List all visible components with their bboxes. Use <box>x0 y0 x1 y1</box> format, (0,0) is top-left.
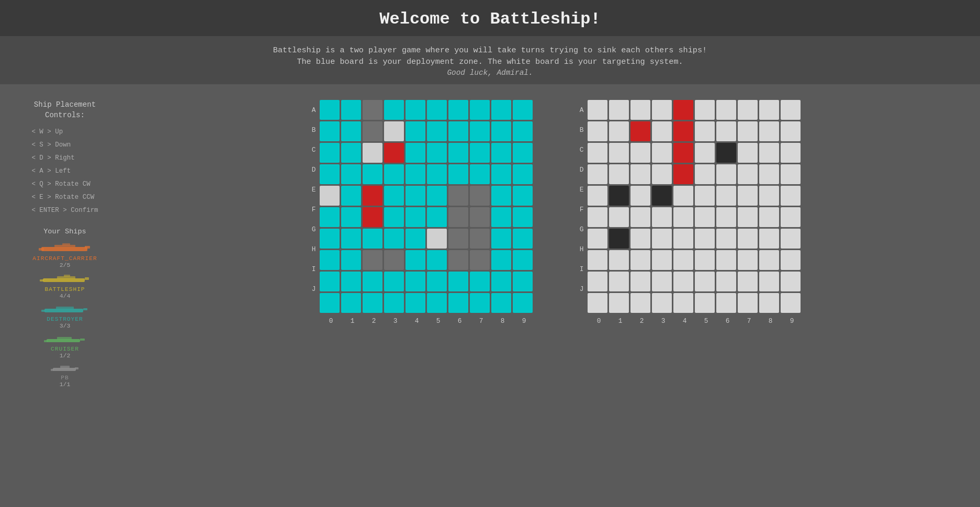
blue-cell-H6[interactable] <box>448 250 468 270</box>
blue-cell-F0[interactable] <box>320 207 340 227</box>
white-cell-F5[interactable] <box>695 207 715 227</box>
blue-cell-B8[interactable] <box>491 121 511 141</box>
blue-cell-D4[interactable] <box>405 164 425 184</box>
blue-cell-I0[interactable] <box>320 272 340 291</box>
white-cell-G9[interactable] <box>781 229 801 249</box>
blue-cell-H1[interactable] <box>341 250 361 270</box>
white-cell-H5[interactable] <box>695 250 715 270</box>
white-cell-C0[interactable] <box>588 143 607 163</box>
blue-cell-C4[interactable] <box>405 143 425 163</box>
white-cell-G4[interactable] <box>673 229 693 249</box>
blue-cell-G5[interactable] <box>427 229 447 249</box>
blue-cell-B1[interactable] <box>341 121 361 141</box>
white-cell-A7[interactable] <box>738 100 758 120</box>
white-cell-H2[interactable] <box>630 250 650 270</box>
white-cell-E7[interactable] <box>738 186 758 206</box>
white-cell-J9[interactable] <box>781 293 801 313</box>
blue-cell-F7[interactable] <box>470 207 490 227</box>
white-cell-H8[interactable] <box>759 250 779 270</box>
white-cell-I3[interactable] <box>652 272 672 291</box>
white-cell-B3[interactable] <box>652 121 672 141</box>
white-cell-F4[interactable] <box>673 207 693 227</box>
white-cell-H9[interactable] <box>781 250 801 270</box>
blue-cell-E5[interactable] <box>427 186 447 206</box>
blue-cell-H8[interactable] <box>491 250 511 270</box>
blue-cell-G6[interactable] <box>448 229 468 249</box>
white-cell-D0[interactable] <box>588 164 607 184</box>
white-cell-H7[interactable] <box>738 250 758 270</box>
white-cell-F6[interactable] <box>716 207 736 227</box>
blue-cell-F1[interactable] <box>341 207 361 227</box>
white-cell-A3[interactable] <box>652 100 672 120</box>
white-cell-J2[interactable] <box>630 293 650 313</box>
white-cell-E4[interactable] <box>673 186 693 206</box>
white-cell-H1[interactable] <box>609 250 629 270</box>
white-cell-F9[interactable] <box>781 207 801 227</box>
blue-cell-G8[interactable] <box>491 229 511 249</box>
blue-cell-J9[interactable] <box>513 293 533 313</box>
white-board[interactable] <box>588 100 801 313</box>
blue-cell-D3[interactable] <box>384 164 404 184</box>
blue-cell-J4[interactable] <box>405 293 425 313</box>
blue-cell-C8[interactable] <box>491 143 511 163</box>
blue-cell-I8[interactable] <box>491 272 511 291</box>
blue-cell-F3[interactable] <box>384 207 404 227</box>
white-cell-C2[interactable] <box>630 143 650 163</box>
blue-cell-A3[interactable] <box>384 100 404 120</box>
white-cell-F8[interactable] <box>759 207 779 227</box>
blue-cell-D5[interactable] <box>427 164 447 184</box>
blue-cell-I5[interactable] <box>427 272 447 291</box>
white-cell-I7[interactable] <box>738 272 758 291</box>
blue-cell-G0[interactable] <box>320 229 340 249</box>
blue-cell-E9[interactable] <box>513 186 533 206</box>
white-cell-H3[interactable] <box>652 250 672 270</box>
white-cell-D6[interactable] <box>716 164 736 184</box>
blue-cell-G4[interactable] <box>405 229 425 249</box>
blue-cell-B9[interactable] <box>513 121 533 141</box>
blue-cell-G9[interactable] <box>513 229 533 249</box>
blue-cell-G7[interactable] <box>470 229 490 249</box>
white-cell-A9[interactable] <box>781 100 801 120</box>
blue-cell-H7[interactable] <box>470 250 490 270</box>
white-cell-I9[interactable] <box>781 272 801 291</box>
blue-cell-J8[interactable] <box>491 293 511 313</box>
white-cell-C8[interactable] <box>759 143 779 163</box>
blue-cell-C9[interactable] <box>513 143 533 163</box>
white-cell-G1[interactable] <box>609 229 629 249</box>
blue-cell-J5[interactable] <box>427 293 447 313</box>
blue-cell-D6[interactable] <box>448 164 468 184</box>
blue-cell-E7[interactable] <box>470 186 490 206</box>
blue-cell-C2[interactable] <box>363 143 382 163</box>
white-cell-C5[interactable] <box>695 143 715 163</box>
white-cell-E8[interactable] <box>759 186 779 206</box>
blue-cell-B0[interactable] <box>320 121 340 141</box>
blue-cell-J0[interactable] <box>320 293 340 313</box>
blue-cell-F8[interactable] <box>491 207 511 227</box>
white-cell-D2[interactable] <box>630 164 650 184</box>
white-cell-A0[interactable] <box>588 100 607 120</box>
blue-cell-F5[interactable] <box>427 207 447 227</box>
white-cell-B1[interactable] <box>609 121 629 141</box>
blue-cell-J2[interactable] <box>363 293 382 313</box>
white-cell-E9[interactable] <box>781 186 801 206</box>
white-cell-B7[interactable] <box>738 121 758 141</box>
blue-cell-H0[interactable] <box>320 250 340 270</box>
white-cell-D1[interactable] <box>609 164 629 184</box>
blue-cell-H4[interactable] <box>405 250 425 270</box>
white-cell-G7[interactable] <box>738 229 758 249</box>
white-cell-B2[interactable] <box>630 121 650 141</box>
white-cell-J8[interactable] <box>759 293 779 313</box>
blue-cell-E4[interactable] <box>405 186 425 206</box>
white-cell-J1[interactable] <box>609 293 629 313</box>
blue-cell-F6[interactable] <box>448 207 468 227</box>
white-cell-B8[interactable] <box>759 121 779 141</box>
white-cell-C4[interactable] <box>673 143 693 163</box>
blue-cell-G2[interactable] <box>363 229 382 249</box>
white-cell-D3[interactable] <box>652 164 672 184</box>
white-cell-I8[interactable] <box>759 272 779 291</box>
white-cell-A1[interactable] <box>609 100 629 120</box>
blue-cell-I7[interactable] <box>470 272 490 291</box>
white-cell-E1[interactable] <box>609 186 629 206</box>
white-cell-G6[interactable] <box>716 229 736 249</box>
blue-cell-A6[interactable] <box>448 100 468 120</box>
